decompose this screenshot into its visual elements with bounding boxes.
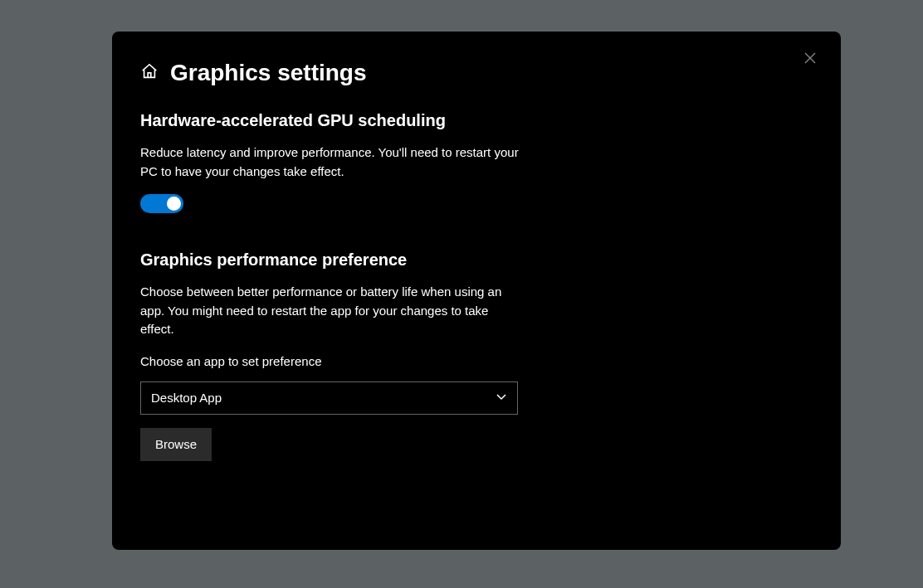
section-desc-gpu: Reduce latency and improve performance. …	[140, 143, 522, 181]
page-title: Graphics settings	[170, 60, 367, 86]
toggle-thumb	[167, 197, 181, 211]
section-title-gpu: Hardware-accelerated GPU scheduling	[140, 111, 813, 130]
close-icon	[804, 52, 816, 66]
settings-dialog: Graphics settings Hardware-accelerated G…	[112, 32, 841, 550]
section-performance-pref: Graphics performance preference Choose b…	[140, 250, 813, 461]
app-select-label: Choose an app to set preference	[140, 354, 813, 368]
close-button[interactable]	[804, 53, 816, 65]
home-icon[interactable]	[140, 62, 159, 84]
section-desc-perf: Choose between better performance or bat…	[140, 283, 522, 339]
gpu-scheduling-toggle[interactable]	[140, 194, 183, 213]
section-gpu-scheduling: Hardware-accelerated GPU scheduling Redu…	[140, 111, 813, 213]
section-title-perf: Graphics performance preference	[140, 250, 813, 270]
dialog-header: Graphics settings	[140, 60, 813, 86]
chevron-down-icon	[496, 391, 507, 406]
select-value: Desktop App	[151, 391, 222, 405]
app-type-select[interactable]: Desktop App	[140, 381, 518, 415]
browse-button[interactable]: Browse	[140, 428, 212, 461]
